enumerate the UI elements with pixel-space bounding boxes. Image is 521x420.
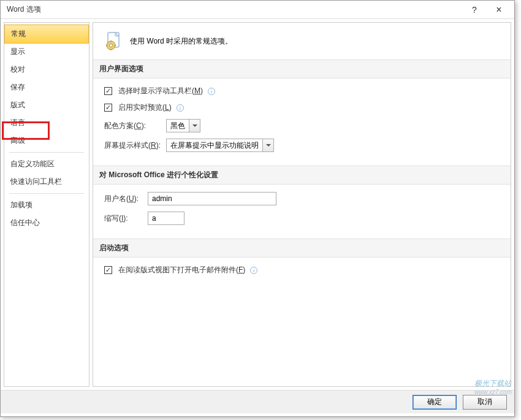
checkbox-live-preview[interactable]	[104, 104, 112, 112]
close-button[interactable]: ×	[487, 1, 511, 18]
label-screentip: 屏幕提示样式(R):	[104, 140, 162, 151]
label-mini-toolbar: 选择时显示浮动工具栏(M)	[118, 86, 203, 96]
label-initials: 缩写(I):	[104, 213, 144, 224]
cancel-button[interactable]: 取消	[463, 395, 507, 410]
label-live-preview: 启用实时预览(L)	[118, 102, 172, 113]
section-header-startup: 启动选项	[93, 239, 511, 258]
section-body-startup: 在阅读版式视图下打开电子邮件附件(F) i	[93, 258, 511, 289]
intro: 使用 Word 时采用的常规选项。	[93, 23, 511, 59]
intro-text: 使用 Word 时采用的常规选项。	[130, 36, 232, 47]
section-body-personalize: 用户名(U): 缩写(I):	[93, 185, 511, 239]
label-open-attachments: 在阅读版式视图下打开电子邮件附件(F)	[118, 265, 245, 275]
sidebar: 常规 显示 校对 保存 版式 语言 高级 自定义功能区 快速访问工具栏 加载项 …	[4, 22, 89, 387]
sidebar-item-layout[interactable]: 版式	[4, 96, 89, 114]
section-body-ui: 选择时显示浮动工具栏(M) i 启用实时预览(L) i 配色方案(C):	[93, 78, 511, 166]
sidebar-item-display[interactable]: 显示	[4, 43, 89, 61]
info-icon[interactable]: i	[250, 267, 257, 274]
info-icon[interactable]: i	[177, 104, 184, 112]
sidebar-item-language[interactable]: 语言	[4, 114, 89, 132]
sidebar-item-trust-center[interactable]: 信任中心	[4, 214, 89, 232]
sidebar-item-addins[interactable]: 加载项	[4, 196, 89, 214]
sidebar-item-save[interactable]: 保存	[4, 78, 89, 96]
checkbox-mini-toolbar[interactable]	[104, 87, 112, 95]
document-gear-icon	[104, 31, 124, 51]
sidebar-separator	[9, 152, 84, 153]
sidebar-item-customize-ribbon[interactable]: 自定义功能区	[4, 155, 89, 173]
titlebar: Word 选项 ? ×	[1, 1, 514, 19]
chevron-down-icon[interactable]	[262, 139, 273, 151]
select-color-scheme-value: 黑色	[167, 121, 189, 131]
section-header-ui: 用户界面选项	[93, 59, 511, 78]
sidebar-item-quick-access[interactable]: 快速访问工具栏	[4, 173, 89, 191]
info-icon[interactable]: i	[208, 88, 215, 95]
username-input[interactable]	[148, 192, 276, 205]
svg-point-2	[110, 44, 113, 47]
sidebar-separator	[9, 193, 84, 194]
checkbox-open-attachments[interactable]	[104, 266, 112, 274]
select-color-scheme[interactable]: 黑色	[166, 119, 200, 132]
sidebar-item-advanced[interactable]: 高级	[4, 132, 89, 150]
section-header-personalize: 对 Microsoft Office 进行个性化设置	[93, 166, 511, 185]
word-options-dialog: Word 选项 ? × 常规 显示 校对 保存 版式 语言 高级 自定义功能区 …	[0, 0, 515, 417]
dialog-body: 常规 显示 校对 保存 版式 语言 高级 自定义功能区 快速访问工具栏 加载项 …	[1, 19, 514, 390]
label-username: 用户名(U):	[104, 194, 144, 204]
select-screentip-value: 在屏幕提示中显示功能说明	[167, 140, 262, 151]
dialog-footer: 确定 取消	[1, 390, 514, 413]
chevron-down-icon[interactable]	[189, 120, 200, 132]
initials-input[interactable]	[148, 212, 184, 225]
content-panel: 使用 Word 时采用的常规选项。 用户界面选项 选择时显示浮动工具栏(M) i	[93, 22, 511, 387]
window-title: Word 选项	[7, 4, 462, 15]
label-color-scheme: 配色方案(C):	[104, 121, 162, 131]
ok-button[interactable]: 确定	[413, 395, 457, 410]
sidebar-item-general[interactable]: 常规	[4, 25, 89, 44]
select-screentip[interactable]: 在屏幕提示中显示功能说明	[166, 139, 274, 152]
sidebar-item-proofing[interactable]: 校对	[4, 61, 89, 78]
help-button[interactable]: ?	[462, 1, 487, 18]
